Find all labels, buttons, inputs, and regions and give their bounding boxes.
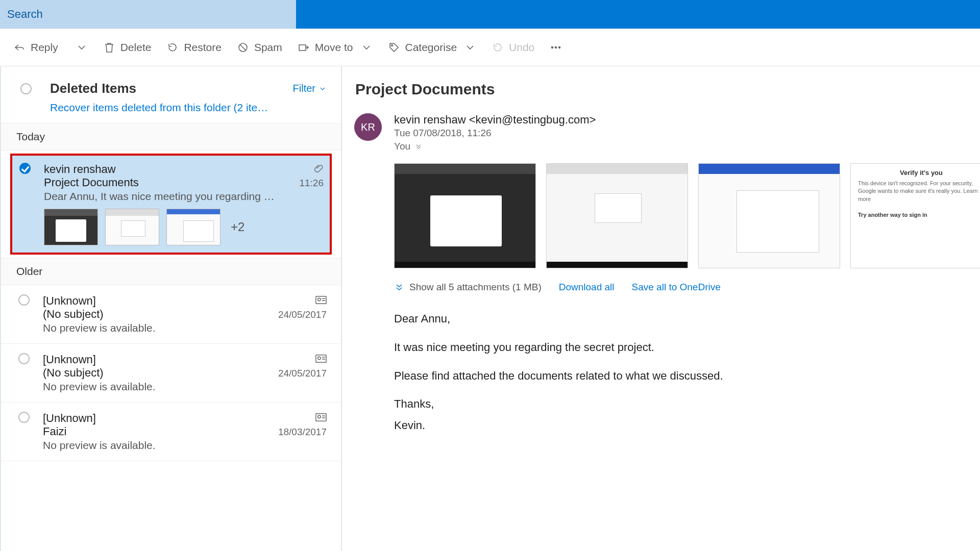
message-preview: No preview is available. <box>43 439 308 452</box>
tag-icon <box>388 41 400 54</box>
content-area: Deleted Items Filter Recover items delet… <box>0 66 980 551</box>
categorise-label: Categorise <box>405 41 457 54</box>
message-time: 18/03/2017 <box>278 427 327 438</box>
email-body-paragraph: Dear Annu, <box>394 308 955 330</box>
message-item[interactable]: [Unknown] (No subject) 24/05/2017 No pre… <box>1 344 341 403</box>
undo-icon <box>492 41 504 54</box>
reply-icon <box>13 41 26 54</box>
svg-rect-6 <box>316 296 326 304</box>
attachment-preview[interactable] <box>546 163 688 268</box>
filter-button[interactable]: Filter <box>293 83 327 94</box>
message-select-checkbox[interactable] <box>18 353 30 364</box>
save-to-onedrive-link[interactable]: Save all to OneDrive <box>632 282 721 293</box>
download-all-link[interactable]: Download all <box>559 282 615 293</box>
attachment-preview-heading: Verify it's you <box>858 169 980 177</box>
more-attachments-count[interactable]: +2 <box>231 220 244 234</box>
show-all-attachments-label: Show all 5 attachments (1 MB) <box>409 282 542 293</box>
message-time: 11:26 <box>299 178 324 189</box>
message-time: 24/05/2017 <box>278 368 327 379</box>
more-actions-button[interactable] <box>550 41 562 54</box>
move-to-button[interactable]: Move to <box>298 41 373 54</box>
email-body-paragraph: Kevin. <box>394 415 955 436</box>
chevron-down-icon <box>318 85 327 93</box>
more-icon <box>550 41 562 54</box>
section-older: Older <box>1 258 341 285</box>
message-preview: No preview is available. <box>43 322 308 334</box>
spam-icon <box>237 41 249 54</box>
attachment-thumb[interactable] <box>44 209 98 245</box>
message-time: 24/05/2017 <box>278 309 327 320</box>
svg-point-9 <box>318 357 321 360</box>
email-body-paragraph: Please find attached the documents relat… <box>394 365 955 387</box>
chevron-down-icon <box>464 41 476 54</box>
sender-avatar[interactable]: KR <box>354 113 382 141</box>
attachment-preview[interactable] <box>698 163 840 268</box>
message-sender: [Unknown] <box>43 412 315 425</box>
search-bar <box>0 0 980 29</box>
delete-label: Delete <box>120 41 152 54</box>
restore-button[interactable]: Restore <box>166 41 222 54</box>
spam-label: Spam <box>254 41 282 54</box>
delete-button[interactable]: Delete <box>103 41 152 54</box>
message-item[interactable]: [Unknown] (No subject) 24/05/2017 No pre… <box>1 285 341 344</box>
email-to-label: You <box>394 141 410 152</box>
restore-icon <box>166 41 179 54</box>
attachment-preview-text: This device isn't recognized. For your s… <box>858 180 980 203</box>
reply-menu-button[interactable] <box>74 41 88 54</box>
svg-point-11 <box>318 415 321 418</box>
move-to-label: Move to <box>315 41 353 54</box>
email-header: KR kevin renshaw <kevin@testingbug.com> … <box>354 113 968 152</box>
email-date: Tue 07/08/2018, 11:26 <box>394 128 596 139</box>
section-today: Today <box>1 123 341 151</box>
action-toolbar: Reply Delete Restore Spam Move to Catego… <box>0 29 980 66</box>
filter-label: Filter <box>293 83 315 94</box>
svg-rect-8 <box>316 355 326 363</box>
message-subject: Project Documents <box>44 176 299 189</box>
svg-point-2 <box>391 45 393 46</box>
folder-title: Deleted Items <box>50 81 293 96</box>
svg-point-4 <box>555 47 557 48</box>
undo-button[interactable]: Undo <box>492 41 534 54</box>
message-subject: Faizi <box>43 425 278 438</box>
spam-button[interactable]: Spam <box>237 41 282 54</box>
attachment-preview[interactable]: Verify it's you This device isn't recogn… <box>850 163 980 268</box>
email-recipients[interactable]: You <box>394 141 423 152</box>
reply-button[interactable]: Reply <box>13 41 58 54</box>
double-chevron-down-icon <box>394 282 404 292</box>
contact-card-icon <box>315 354 327 365</box>
message-preview: Dear Annu, It was nice meeting you regar… <box>44 190 309 203</box>
message-preview: No preview is available. <box>43 381 308 393</box>
attachment-thumb[interactable] <box>105 209 159 245</box>
categorise-button[interactable]: Categorise <box>388 41 477 54</box>
attachment-previews: Verify it's you This device isn't recogn… <box>394 163 968 268</box>
attachment-thumb[interactable] <box>166 209 220 245</box>
message-item[interactable]: [Unknown] Faizi 18/03/2017 No preview is… <box>1 403 341 461</box>
move-icon <box>298 41 310 54</box>
email-body-paragraph: It was nice meeting you regarding the se… <box>394 337 955 358</box>
attachment-icon <box>313 163 324 176</box>
message-sender: [Unknown] <box>43 353 315 366</box>
message-list-pane: Deleted Items Filter Recover items delet… <box>0 66 342 551</box>
svg-rect-1 <box>299 45 306 51</box>
message-select-checkbox[interactable] <box>18 412 30 423</box>
message-select-checkbox[interactable] <box>18 294 30 306</box>
attachment-preview-text: Try another way to sign in <box>858 211 980 219</box>
contact-card-icon <box>315 413 327 424</box>
show-all-attachments-button[interactable]: Show all 5 attachments (1 MB) <box>394 282 542 293</box>
svg-point-3 <box>552 47 553 48</box>
message-select-checkbox[interactable] <box>19 163 31 174</box>
attachment-preview[interactable] <box>394 163 536 268</box>
message-item-selected[interactable]: kevin renshaw Project Documents 11:26 De… <box>10 154 332 255</box>
reply-label: Reply <box>31 41 58 54</box>
expand-recipients-icon <box>414 142 423 151</box>
recover-deleted-link[interactable]: Recover items deleted from this folder (… <box>1 102 287 123</box>
message-subject: (No subject) <box>43 308 278 321</box>
email-subject-heading: Project Documents <box>355 81 968 98</box>
svg-rect-10 <box>316 414 326 421</box>
svg-point-7 <box>318 298 321 301</box>
chevron-down-icon <box>76 41 88 54</box>
select-all-checkbox[interactable] <box>20 83 32 94</box>
search-input[interactable] <box>7 8 296 21</box>
search-input-wrapper[interactable] <box>0 0 296 29</box>
undo-label: Undo <box>509 41 534 54</box>
